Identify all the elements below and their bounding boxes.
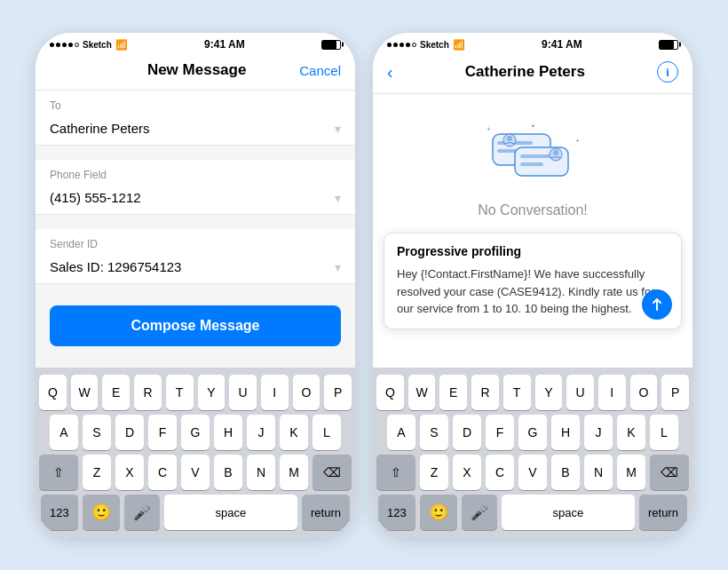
key-c2[interactable]: C xyxy=(486,455,514,490)
key-b2[interactable]: B xyxy=(551,455,580,490)
emoji-key-2[interactable]: 🙂 xyxy=(420,495,457,530)
signal-dot xyxy=(400,43,404,47)
space-key[interactable]: space xyxy=(164,495,297,530)
status-bar-1: Sketch 📶 9:41 AM xyxy=(36,33,355,54)
signal-dot xyxy=(387,43,392,47)
key-q[interactable]: Q xyxy=(39,375,67,410)
shift-key-2[interactable]: ⇧ xyxy=(376,455,415,490)
key-y[interactable]: Y xyxy=(198,375,226,410)
key-w[interactable]: W xyxy=(71,375,99,410)
key-l[interactable]: L xyxy=(313,415,341,450)
kb-row-1b: Q W E R T Y U I O P xyxy=(376,375,689,410)
key-x[interactable]: X xyxy=(115,455,144,490)
signal-dot xyxy=(62,43,67,47)
emoji-key[interactable]: 🙂 xyxy=(83,495,120,530)
key-b[interactable]: B xyxy=(214,455,242,490)
key-z2[interactable]: Z xyxy=(420,455,448,490)
shift-key[interactable]: ⇧ xyxy=(39,455,78,490)
mic-key[interactable]: 🎤 xyxy=(124,495,160,530)
key-t2[interactable]: T xyxy=(503,375,531,410)
message-input-area[interactable]: Progressive profiling Hey {!Contact.Firs… xyxy=(384,233,682,329)
key-v[interactable]: V xyxy=(181,455,210,490)
key-s[interactable]: S xyxy=(83,415,111,450)
signal-dot xyxy=(393,43,398,47)
mic-key-2[interactable]: 🎤 xyxy=(462,495,497,530)
key-k2[interactable]: K xyxy=(617,415,645,450)
space-key-2[interactable]: space xyxy=(502,495,635,530)
key-u2[interactable]: U xyxy=(566,375,594,410)
key-d2[interactable]: D xyxy=(453,415,481,450)
kb-row-3: ⇧ Z X C V B N M ⌫ xyxy=(39,455,352,490)
key-i2[interactable]: I xyxy=(598,375,626,410)
key-f[interactable]: F xyxy=(148,415,177,450)
key-m[interactable]: M xyxy=(280,455,308,490)
num-key-2[interactable]: 123 xyxy=(378,495,415,530)
kb-bottom-row: 123 🙂 🎤 space return xyxy=(39,495,352,530)
svg-rect-5 xyxy=(520,162,543,166)
key-e[interactable]: E xyxy=(102,375,130,410)
key-d[interactable]: D xyxy=(115,415,144,450)
message-text: Hey {!Contact.FirstName}! We have succes… xyxy=(397,265,669,318)
no-conversation-text: No Conversation! xyxy=(478,202,588,218)
key-p[interactable]: P xyxy=(324,375,352,410)
delete-key[interactable]: ⌫ xyxy=(313,455,352,490)
return-key[interactable]: return xyxy=(302,495,350,530)
kb-bottom-row-2: 123 🙂 🎤 space return xyxy=(376,495,689,530)
key-f2[interactable]: F xyxy=(486,415,514,450)
key-o[interactable]: O xyxy=(293,375,320,410)
kb-row-2b: A S D F G H J K L xyxy=(376,415,689,450)
time-display-2: 9:41 AM xyxy=(542,38,582,51)
sender-field[interactable]: Sender ID Sales ID: 1296754123 ▾ xyxy=(36,229,355,284)
key-g2[interactable]: G xyxy=(518,415,547,450)
key-y2[interactable]: Y xyxy=(535,375,563,410)
key-q2[interactable]: Q xyxy=(376,375,404,410)
conv-body: + + ✦ No Conversation! Progressive profi… xyxy=(373,94,692,368)
key-a2[interactable]: A xyxy=(387,415,415,450)
key-r[interactable]: R xyxy=(134,375,162,410)
svg-text:+: + xyxy=(487,125,491,133)
key-t[interactable]: T xyxy=(166,375,194,410)
return-key-2[interactable]: return xyxy=(639,495,687,530)
key-n[interactable]: N xyxy=(247,455,275,490)
key-j[interactable]: J xyxy=(247,415,275,450)
key-u[interactable]: U xyxy=(229,375,257,410)
send-button[interactable] xyxy=(642,289,672,320)
key-a[interactable]: A xyxy=(50,415,78,450)
key-j2[interactable]: J xyxy=(584,415,613,450)
chevron-icon: ▾ xyxy=(335,122,341,136)
carrier-text: Sketch xyxy=(83,40,112,50)
svg-point-9 xyxy=(553,150,558,155)
key-x2[interactable]: X xyxy=(453,455,481,490)
svg-rect-4 xyxy=(520,154,552,158)
cancel-button[interactable]: Cancel xyxy=(299,63,341,78)
key-m2[interactable]: M xyxy=(617,455,645,490)
key-w2[interactable]: W xyxy=(408,375,436,410)
key-i[interactable]: I xyxy=(261,375,289,410)
to-field[interactable]: To Catherine Peters ▾ xyxy=(36,91,355,146)
key-o2[interactable]: O xyxy=(630,375,658,410)
key-h[interactable]: H xyxy=(214,415,242,450)
back-button[interactable]: ‹ xyxy=(387,62,393,83)
info-button[interactable]: i xyxy=(657,61,678,83)
phone-field[interactable]: Phone Field (415) 555-1212 ▾ xyxy=(36,160,355,215)
key-n2[interactable]: N xyxy=(584,455,613,490)
key-h2[interactable]: H xyxy=(551,415,580,450)
key-l2[interactable]: L xyxy=(650,415,678,450)
key-p2[interactable]: P xyxy=(661,375,689,410)
key-k[interactable]: K xyxy=(280,415,308,450)
num-key[interactable]: 123 xyxy=(41,495,78,530)
key-e2[interactable]: E xyxy=(439,375,467,410)
key-v2[interactable]: V xyxy=(518,455,547,490)
phone-label: Phone Field xyxy=(36,160,355,183)
delete-key-2[interactable]: ⌫ xyxy=(650,455,689,490)
key-z[interactable]: Z xyxy=(83,455,111,490)
key-s2[interactable]: S xyxy=(420,415,448,450)
key-c[interactable]: C xyxy=(148,455,177,490)
kb-row-2: A S D F G H J K L xyxy=(39,415,352,450)
wifi-icon: 📶 xyxy=(115,39,128,51)
nav-bar-1: New Message Cancel xyxy=(36,54,355,91)
compose-message-button[interactable]: Compose Message xyxy=(50,305,341,346)
key-g[interactable]: G xyxy=(181,415,210,450)
signal-dot xyxy=(412,43,416,47)
key-r2[interactable]: R xyxy=(471,375,499,410)
